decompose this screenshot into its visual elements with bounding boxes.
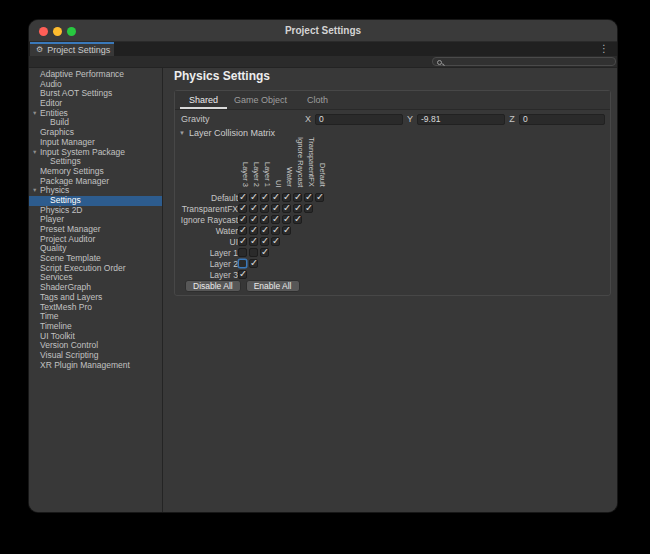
- collision-checkbox[interactable]: ✓: [238, 226, 247, 235]
- collision-checkbox[interactable]: ✓: [282, 226, 291, 235]
- sidebar-item-label: Adaptive Performance: [40, 69, 124, 79]
- collision-checkbox[interactable]: ✓: [271, 215, 280, 224]
- checkmark-icon: ✓: [239, 202, 247, 213]
- checkmark-icon: ✓: [283, 191, 291, 202]
- collision-checkbox[interactable]: ✓: [238, 270, 247, 279]
- checkmark-icon: ✓: [250, 202, 258, 213]
- collision-checkbox[interactable]: ✓: [249, 237, 258, 246]
- foldout-arrow-icon[interactable]: ▼: [32, 148, 37, 158]
- sidebar-item-label: Settings: [50, 195, 81, 205]
- gravity-x-group: X 0: [305, 113, 403, 125]
- search-input[interactable]: [443, 58, 613, 65]
- collision-checkbox[interactable]: ✓: [282, 193, 291, 202]
- sidebar-item-label: Physics: [40, 185, 69, 195]
- window-title: Project Settings: [29, 20, 617, 42]
- collision-checkbox[interactable]: ✓: [238, 215, 247, 224]
- collision-checkbox[interactable]: ✓: [260, 226, 269, 235]
- kebab-menu-icon[interactable]: ⋮: [599, 42, 609, 56]
- checkmark-icon: ✓: [305, 191, 313, 202]
- sidebar-item-label: Player: [40, 214, 64, 224]
- collision-checkbox[interactable]: ✓: [293, 204, 302, 213]
- sidebar-item-input-system-package[interactable]: ▼Input System Package: [29, 148, 162, 158]
- collision-checkbox[interactable]: ✓: [282, 204, 291, 213]
- collision-checkbox[interactable]: ✓: [304, 193, 313, 202]
- collision-checkbox[interactable]: ✓: [293, 215, 302, 224]
- collision-checkbox[interactable]: ✓: [249, 204, 258, 213]
- sidebar-item-label: TextMesh Pro: [40, 302, 92, 312]
- collision-checkbox[interactable]: ✓: [249, 215, 258, 224]
- foldout-arrow-icon[interactable]: ▼: [32, 109, 37, 119]
- checkmark-icon: ✓: [261, 235, 269, 246]
- collision-checkbox[interactable]: ✓: [238, 193, 247, 202]
- collision-checkbox[interactable]: ✓: [304, 204, 313, 213]
- editor-tab-label: Project Settings: [47, 45, 110, 55]
- tab-cloth[interactable]: Cloth: [289, 91, 346, 109]
- gravity-label: Gravity: [181, 113, 210, 125]
- checkmark-icon: ✓: [272, 224, 280, 235]
- sidebar-item-entities[interactable]: ▼Entities: [29, 109, 162, 119]
- matrix-column-label: Layer 3: [240, 162, 251, 187]
- collision-checkbox[interactable]: ✓: [260, 237, 269, 246]
- checkmark-icon: ✓: [261, 191, 269, 202]
- checkmark-icon: ✓: [283, 202, 291, 213]
- matrix-buttons: Disable AllEnable All: [185, 280, 300, 292]
- matrix-row-label: TransparentFX: [175, 204, 238, 214]
- collision-checkbox[interactable]: ✓: [315, 193, 324, 202]
- physics-settings-frame: SharedGame ObjectCloth Gravity X 0 Y -9.…: [174, 90, 611, 296]
- collision-checkbox[interactable]: ✓: [249, 193, 258, 202]
- collision-checkbox[interactable]: ✓: [271, 204, 280, 213]
- sidebar-item-label: Input System Package: [40, 147, 125, 157]
- matrix-column-label: Layer 1: [262, 162, 273, 187]
- project-settings-window: Project Settings ⚙ Project Settings ⋮ Ad…: [29, 20, 617, 512]
- collision-checkbox[interactable]: ✓: [260, 193, 269, 202]
- checkmark-icon: ✓: [272, 213, 280, 224]
- collision-checkbox[interactable]: ✓: [238, 237, 247, 246]
- checkmark-icon: ✓: [250, 257, 258, 268]
- collision-checkbox[interactable]: ✓: [249, 259, 258, 268]
- sidebar-item-label: Memory Settings: [40, 166, 104, 176]
- matrix-column-header-layer-2: Layer 2: [251, 137, 262, 187]
- collision-checkbox[interactable]: ✓: [249, 226, 258, 235]
- collision-checkbox[interactable]: ✓: [238, 204, 247, 213]
- checkmark-icon: ✓: [261, 202, 269, 213]
- collision-checkbox[interactable]: ✓: [260, 215, 269, 224]
- collision-checkbox[interactable]: ✓: [260, 248, 269, 257]
- sidebar-item-label: Quality: [40, 243, 66, 253]
- collision-checkbox[interactable]: [238, 248, 247, 257]
- gravity-row: Gravity X 0 Y -9.81 Z 0: [175, 113, 610, 125]
- matrix-row-label: Layer 1: [175, 248, 238, 258]
- collision-checkbox[interactable]: [249, 248, 258, 257]
- sidebar-item-xr-plugin-management[interactable]: XR Plugin Management: [29, 361, 162, 371]
- matrix-column-label: UI: [273, 180, 284, 188]
- collision-checkbox[interactable]: ✓: [271, 193, 280, 202]
- matrix-row-label: Default: [175, 193, 238, 203]
- tab-project-settings[interactable]: ⚙ Project Settings: [30, 42, 114, 56]
- tab-shared[interactable]: Shared: [175, 91, 232, 109]
- checkmark-icon: ✓: [239, 191, 247, 202]
- enable-all-button[interactable]: Enable All: [246, 280, 300, 292]
- gravity-x-field[interactable]: 0: [315, 114, 403, 125]
- matrix-column-label: TransparentFX: [306, 137, 317, 187]
- tab-game-object[interactable]: Game Object: [232, 91, 289, 109]
- collision-checkbox[interactable]: ✓: [293, 193, 302, 202]
- gravity-y-field[interactable]: -9.81: [417, 114, 505, 125]
- gravity-z-field[interactable]: 0: [519, 114, 605, 125]
- collision-checkbox[interactable]: ✓: [260, 204, 269, 213]
- search-field[interactable]: [432, 57, 616, 66]
- matrix-column-label: Water: [284, 167, 295, 187]
- matrix-column-header-ignore-raycast: Ignore Raycast: [295, 137, 306, 187]
- sidebar-item-label: Physics 2D: [40, 205, 83, 215]
- disable-all-button[interactable]: Disable All: [185, 280, 241, 292]
- sidebar-item-physics[interactable]: ▼Physics: [29, 186, 162, 196]
- checkmark-icon: ✓: [283, 213, 291, 224]
- collision-checkbox[interactable]: ✓: [282, 215, 291, 224]
- sidebar-item-label: Input Manager: [40, 137, 95, 147]
- titlebar: Project Settings: [29, 20, 617, 42]
- toolbar: [29, 56, 617, 68]
- collision-checkbox[interactable]: ✓: [271, 226, 280, 235]
- sidebar-item-label: UI Toolkit: [40, 331, 75, 341]
- foldout-arrow-icon[interactable]: ▼: [32, 186, 37, 196]
- sidebar-item-label: Timeline: [40, 321, 72, 331]
- collision-checkbox[interactable]: ✓: [271, 237, 280, 246]
- collision-checkbox[interactable]: [238, 259, 247, 268]
